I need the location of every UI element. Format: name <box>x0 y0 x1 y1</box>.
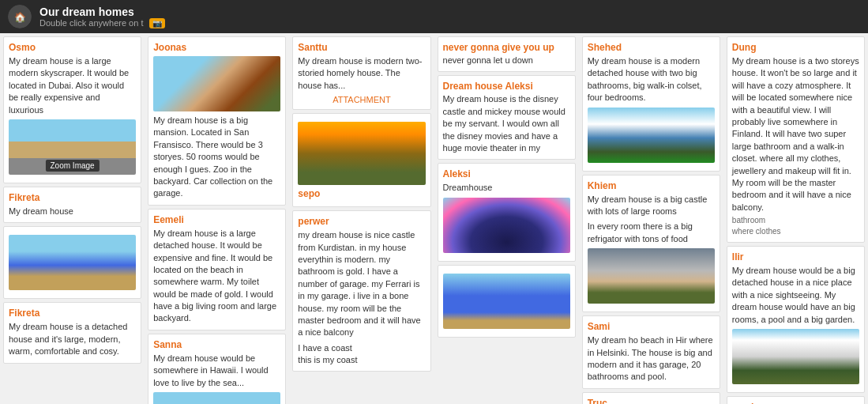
card-image <box>153 392 280 404</box>
card-author: Santtu <box>298 42 425 53</box>
card-khiem: Khiem My dream house is a big castle wit… <box>582 175 720 313</box>
card-image <box>443 274 570 329</box>
card-text: My dream house is a detached house and i… <box>9 321 136 357</box>
header-subtitle: Double click anywhere on t 📷 <box>39 18 165 28</box>
card-text: My dream house is a two storeys house. I… <box>732 55 859 213</box>
card-image <box>298 122 425 185</box>
column-6: Dung My dream house is a two storeys hou… <box>723 33 868 404</box>
card-fikreta2: Fikreta My dream house is a detached hou… <box>3 302 141 363</box>
card-text: My dream ho beach in Hir where in Helsin… <box>588 334 715 383</box>
card-text: My dream house is a big mansion. Located… <box>153 115 280 200</box>
svg-text:🏠: 🏠 <box>14 11 26 23</box>
card-never-gonna: never gonna give you up never gonna let … <box>438 36 576 72</box>
card-coast <box>438 265 576 338</box>
image-container[interactable]: Zoom Image <box>9 119 136 175</box>
card-eemeli: Eemeli My dream house is a large detache… <box>148 209 286 330</box>
column-3: Santtu My dream house is modern two-stor… <box>289 33 434 404</box>
column-5: Shehed My dream house is a modern detach… <box>579 33 723 404</box>
header: 🏠 Our dream homes Double click anywhere … <box>0 0 868 33</box>
zoom-label[interactable]: Zoom Image <box>46 160 100 172</box>
card-image <box>732 329 859 384</box>
card-text: My dream house is a large detached house… <box>153 228 280 325</box>
columns-container: Osmo My dream house is a large modern sk… <box>0 33 868 404</box>
card-santtu: Santtu My dream house is modern two-stor… <box>292 36 430 110</box>
card-text: My dream house is modern two-storied hom… <box>298 55 425 92</box>
card-sami: Sami My dream ho beach in Hir where in H… <box>582 315 720 389</box>
card-text: My dream house is a big castle with lots… <box>588 194 715 218</box>
attachment-label[interactable]: ATTACHMENT <box>298 95 425 104</box>
card-author: Osmo <box>9 42 136 53</box>
card-extra-bathroom: bathroomwhere clothes <box>732 215 859 237</box>
header-icon: 🏠 <box>8 5 32 28</box>
card-text: My dream house would be a big detached h… <box>732 265 859 326</box>
card-extra-2: this is my coast <box>298 354 425 366</box>
card-dung: Dung My dream house is a two storeys hou… <box>727 36 865 243</box>
card-osmo: Osmo My dream house is a large modern sk… <box>3 36 141 183</box>
card-author: Fikreta <box>9 192 136 203</box>
header-title: Our dream homes <box>39 6 165 18</box>
card-image <box>588 248 715 304</box>
card-beach <box>3 226 141 299</box>
card-perwer: perwer my dream house is nice castle fro… <box>292 210 430 372</box>
column-4: never gonna give you up never gonna let … <box>434 33 579 404</box>
card-text: Dreamhouse <box>443 182 570 194</box>
card-author: Khiem <box>588 180 715 191</box>
card-dream-aleksi: Dream house Aleksi My dream house is the… <box>438 75 576 160</box>
card-author: Joonas <box>153 42 280 53</box>
card-text: My dream house would be somewhere in Haw… <box>153 353 280 389</box>
card-text: My dream house is a modern detached hous… <box>588 55 715 104</box>
card-fikreta1: Fikreta My dream house <box>3 187 141 223</box>
card-text-2: In every room there is a big refrigator … <box>588 221 715 245</box>
card-title: never gonna give you up <box>443 42 570 53</box>
card-author: perwer <box>298 216 425 227</box>
card-author: sepo <box>298 188 425 199</box>
card-author: Fikreta <box>9 308 136 319</box>
card-joonas: Joonas My dream house is a big mansion. … <box>148 36 286 206</box>
card-sami-on: sami on h**o <box>727 396 865 404</box>
card-image <box>9 235 136 290</box>
card-author: Eemeli <box>153 214 280 225</box>
card-aleksi: Aleksi Dreamhouse <box>438 163 576 261</box>
card-author: Ilir <box>732 251 859 262</box>
card-text: My dream house is the disney castle and … <box>443 93 570 154</box>
card-image <box>443 198 570 253</box>
card-truc: Truc My dream house is a big detached ho… <box>582 392 720 404</box>
card-ilir: Ilir My dream house would be a big detac… <box>727 246 865 393</box>
page-container: 🏠 Our dream homes Double click anywhere … <box>0 0 868 404</box>
header-badge: 📷 <box>149 18 165 28</box>
card-author: Sanna <box>153 339 280 350</box>
card-text: My dream house is a large modern skyscra… <box>9 55 136 116</box>
card-shehed: Shehed My dream house is a modern detach… <box>582 36 720 172</box>
card-title: Dream house Aleksi <box>443 81 570 92</box>
card-image <box>588 108 715 163</box>
card-author: Shehed <box>588 42 715 53</box>
card-author: Sami <box>588 321 715 332</box>
column-1: Osmo My dream house is a large modern sk… <box>0 33 145 404</box>
card-sepo: sepo <box>292 113 430 207</box>
card-author: Truc <box>588 398 715 404</box>
header-text: Our dream homes Double click anywhere on… <box>39 6 165 28</box>
card-extra-1: I have a coast <box>298 342 425 354</box>
card-image <box>153 56 280 111</box>
card-text: my dream house is nice castle from Kurdi… <box>298 229 425 339</box>
card-author: Dung <box>732 42 859 53</box>
card-text: My dream house <box>9 206 136 217</box>
main-content: Osmo My dream house is a large modern sk… <box>0 33 868 404</box>
card-author: Aleksi <box>443 168 570 179</box>
column-2: Joonas My dream house is a big mansion. … <box>145 33 289 404</box>
card-sanna: Sanna My dream house would be somewhere … <box>148 334 286 404</box>
card-text: never gonna let u down <box>443 55 570 66</box>
